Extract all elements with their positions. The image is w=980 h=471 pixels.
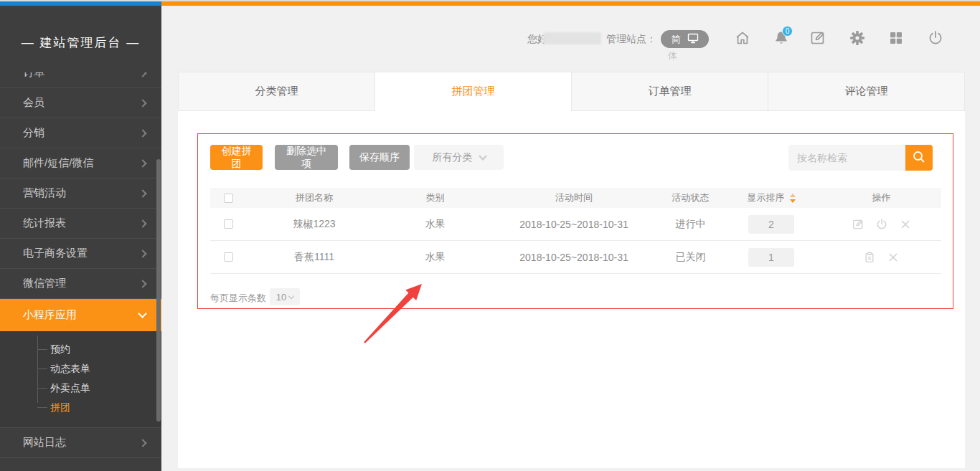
category-filter-dropdown[interactable]: 所有分类: [414, 145, 504, 170]
notification-badge: 0: [782, 26, 793, 37]
table-row: 香蕉1111 水果 2018-10-25~2018-10-31 已关闭 1: [210, 241, 941, 274]
col-header-category: 类别: [382, 191, 488, 204]
submenu-item-takeout-orders[interactable]: 外卖点单: [0, 379, 161, 398]
chevron-down-icon: [479, 152, 486, 160]
groupbuy-status: 已关闭: [660, 251, 721, 264]
order-value-box[interactable]: 1: [748, 248, 794, 267]
sidebar-item-mail-sms-wechat[interactable]: 邮件/短信/微信: [0, 148, 161, 179]
logout-power-icon[interactable]: [927, 29, 944, 47]
tab-comment-management[interactable]: 评论管理: [768, 72, 965, 111]
groupbuy-category: 水果: [382, 251, 488, 264]
top-bar-orange: [161, 1, 980, 6]
home-icon[interactable]: [734, 29, 751, 47]
sidebar-item-members[interactable]: 会员: [0, 88, 161, 118]
sidebar-item-distribution[interactable]: 分销: [0, 118, 161, 148]
delete-x-icon[interactable]: [887, 251, 900, 264]
chevron-right-icon: [138, 249, 146, 257]
table-header-row: 拼团名称 类别 活动时间 活动状态 显示排序 操作: [210, 188, 941, 208]
sidebar-item-wechat-management[interactable]: 微信管理: [0, 269, 161, 299]
language-site-switcher[interactable]: 简: [661, 30, 709, 48]
search-input[interactable]: [788, 145, 905, 171]
col-header-time: 活动时间: [488, 191, 660, 204]
sidebar-item-orders[interactable]: 订单: [0, 72, 161, 88]
managed-site-label: 管理站点：: [606, 33, 656, 46]
sidebar-scrollbar[interactable]: [156, 159, 161, 422]
sidebar-item-ecommerce-settings[interactable]: 电子商务设置: [0, 239, 161, 269]
chevron-down-icon: [138, 309, 147, 318]
submenu-item-booking[interactable]: 预约: [0, 340, 161, 359]
compose-edit-icon[interactable]: [809, 29, 826, 47]
table-row: 辣椒1223 水果 2018-10-25~2018-10-31 进行中 2: [210, 208, 941, 241]
groupbuy-category: 水果: [382, 218, 488, 231]
username-redacted: [543, 32, 601, 44]
search-icon: [912, 150, 926, 166]
tab-groupbuy-management[interactable]: 拼团管理: [374, 72, 572, 111]
col-header-name: 拼团名称: [246, 191, 382, 204]
chevron-right-icon: [138, 129, 146, 137]
tab-content: 创建拼团 删除选中项 保存顺序 所有分类 拼团名称 类别 活动时间 活动状态 显…: [178, 111, 965, 468]
tab-order-management[interactable]: 订单管理: [571, 72, 768, 111]
sidebar-submenu: 预约 动态表单 外卖点单 拼团: [0, 331, 161, 428]
chevron-right-icon: [138, 439, 146, 447]
select-all-checkbox[interactable]: [224, 194, 233, 203]
power-toggle-icon[interactable]: [875, 218, 888, 231]
tab-category-management[interactable]: 分类管理: [178, 72, 375, 111]
row-checkbox[interactable]: [224, 219, 233, 229]
save-order-button[interactable]: 保存顺序: [349, 145, 410, 170]
app-title: — 建站管理后台 —: [0, 34, 161, 51]
tab-bar: 分类管理 拼团管理 订单管理 评论管理: [178, 72, 965, 111]
monitor-icon: [687, 33, 699, 46]
sidebar-item-statistics[interactable]: 统计报表: [0, 209, 161, 239]
col-header-status: 活动状态: [660, 191, 721, 204]
submenu-item-group-buy[interactable]: 拼团: [0, 398, 161, 417]
chevron-down-icon: [288, 292, 294, 298]
groupbuy-time: 2018-10-25~2018-10-31: [488, 219, 660, 230]
sort-icon[interactable]: [790, 194, 796, 203]
edit-icon[interactable]: [852, 218, 864, 231]
submenu-item-dynamic-forms[interactable]: 动态表单: [0, 359, 161, 379]
delete-x-icon[interactable]: [899, 218, 912, 231]
apps-grid-icon[interactable]: [887, 29, 905, 47]
order-value-box[interactable]: 2: [748, 215, 794, 234]
col-header-order: 显示排序: [721, 191, 821, 204]
sidebar-item-site-logs[interactable]: 网站日志: [0, 428, 161, 458]
chevron-right-icon: [138, 280, 146, 287]
chevron-right-icon: [138, 99, 146, 107]
chevron-right-icon: [138, 159, 146, 167]
page-size-select[interactable]: 10: [270, 288, 300, 305]
copy-clipboard-icon[interactable]: [863, 251, 876, 264]
settings-gear-icon[interactable]: [849, 29, 866, 47]
chevron-right-icon: [138, 72, 146, 77]
main-panel: 分类管理 拼团管理 订单管理 评论管理 创建拼团 删除选中项 保存顺序 所有分类…: [178, 72, 965, 468]
sidebar-item-marketing[interactable]: 营销活动: [0, 179, 161, 209]
page-size-label: 每页显示条数: [210, 292, 266, 305]
search-button[interactable]: [905, 145, 933, 171]
row-checkbox[interactable]: [224, 252, 233, 262]
sidebar: — 建站管理后台 — 订单 会员 分销 邮件/短信/微信 营销活动 统计报表 电…: [0, 6, 161, 471]
groupbuy-table: 拼团名称 类别 活动时间 活动状态 显示排序 操作 辣椒1223 水果 2018…: [210, 188, 941, 274]
groupbuy-name: 辣椒1223: [246, 218, 382, 231]
language-label: 简: [672, 33, 681, 46]
groupbuy-name: 香蕉1111: [246, 251, 382, 264]
language-label-overflow: 体: [668, 49, 677, 62]
create-groupbuy-button[interactable]: 创建拼团: [210, 145, 263, 170]
sidebar-item-miniprogram-apps[interactable]: 小程序应用: [0, 299, 161, 331]
col-header-actions: 操作: [821, 191, 941, 204]
groupbuy-time: 2018-10-25~2018-10-31: [488, 252, 660, 263]
sidebar-menu: 订单 会员 分销 邮件/短信/微信 营销活动 统计报表 电子商务设置 微信管理: [0, 72, 161, 471]
chevron-right-icon: [138, 219, 146, 227]
chevron-right-icon: [138, 189, 146, 197]
delete-selected-button[interactable]: 删除选中项: [275, 145, 338, 170]
groupbuy-status: 进行中: [660, 218, 721, 231]
